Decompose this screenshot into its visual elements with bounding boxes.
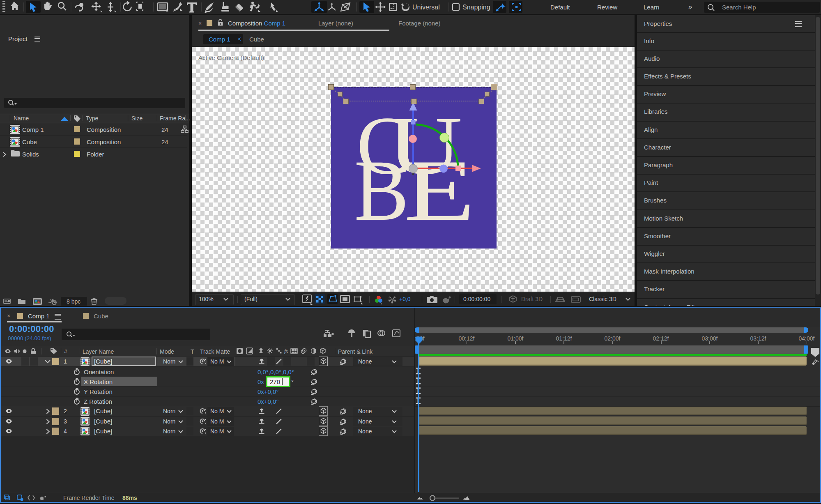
svg-text:Universal: Universal — [412, 4, 440, 11]
svg-text:Snapping: Snapping — [462, 4, 490, 11]
svg-text:fx: fx — [284, 348, 288, 354]
svg-text:B: B — [354, 142, 409, 239]
svg-text:E: E — [404, 142, 475, 239]
